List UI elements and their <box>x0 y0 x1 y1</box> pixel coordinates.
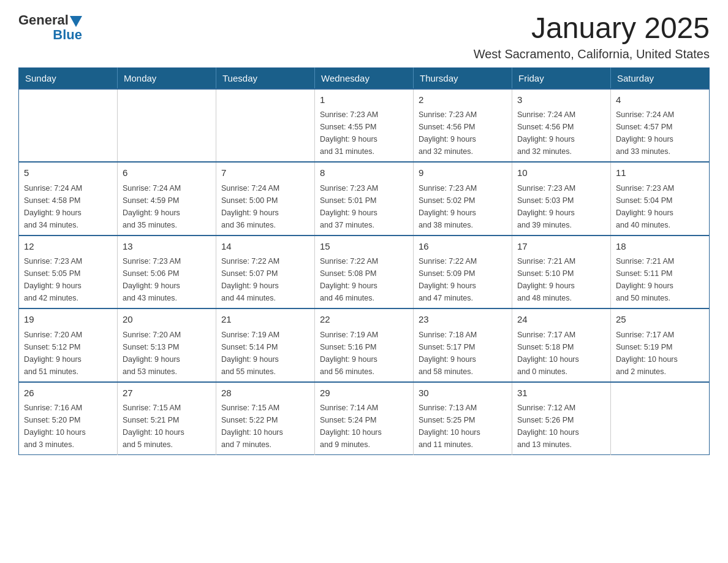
day-number: 10 <box>517 166 605 180</box>
calendar-week-row: 26Sunrise: 7:16 AM Sunset: 5:20 PM Dayli… <box>19 382 710 455</box>
day-number: 15 <box>320 240 408 254</box>
day-info: Sunrise: 7:20 AM Sunset: 5:12 PM Dayligh… <box>24 329 112 378</box>
day-number: 11 <box>616 166 704 180</box>
calendar-cell: 9Sunrise: 7:23 AM Sunset: 5:02 PM Daylig… <box>414 162 512 236</box>
day-number: 6 <box>123 166 211 180</box>
calendar-cell: 20Sunrise: 7:20 AM Sunset: 5:13 PM Dayli… <box>118 308 216 382</box>
calendar-cell: 19Sunrise: 7:20 AM Sunset: 5:12 PM Dayli… <box>19 308 118 382</box>
calendar-week-row: 1Sunrise: 7:23 AM Sunset: 4:55 PM Daylig… <box>19 89 710 163</box>
day-info: Sunrise: 7:23 AM Sunset: 5:01 PM Dayligh… <box>320 182 408 231</box>
day-info: Sunrise: 7:23 AM Sunset: 5:02 PM Dayligh… <box>419 182 507 231</box>
day-number: 16 <box>419 240 507 254</box>
calendar-cell: 6Sunrise: 7:24 AM Sunset: 4:59 PM Daylig… <box>118 162 216 236</box>
day-info: Sunrise: 7:21 AM Sunset: 5:10 PM Dayligh… <box>517 255 605 304</box>
day-number: 30 <box>419 386 507 400</box>
calendar-cell: 3Sunrise: 7:24 AM Sunset: 4:56 PM Daylig… <box>512 89 611 163</box>
day-number: 2 <box>419 93 507 107</box>
day-number: 14 <box>221 240 309 254</box>
page-subtitle: West Sacramento, California, United Stat… <box>474 47 710 61</box>
calendar-cell: 2Sunrise: 7:23 AM Sunset: 4:56 PM Daylig… <box>414 89 512 163</box>
calendar-cell: 23Sunrise: 7:18 AM Sunset: 5:17 PM Dayli… <box>414 308 512 382</box>
logo-triangle-icon <box>70 16 82 27</box>
day-info: Sunrise: 7:19 AM Sunset: 5:14 PM Dayligh… <box>221 329 309 378</box>
calendar-header-tuesday: Tuesday <box>216 67 315 89</box>
calendar-header-friday: Friday <box>512 67 611 89</box>
day-number: 19 <box>24 313 112 327</box>
calendar-cell: 25Sunrise: 7:17 AM Sunset: 5:19 PM Dayli… <box>611 308 710 382</box>
day-number: 5 <box>24 166 112 180</box>
calendar-cell: 31Sunrise: 7:12 AM Sunset: 5:26 PM Dayli… <box>512 382 611 455</box>
calendar-week-row: 12Sunrise: 7:23 AM Sunset: 5:05 PM Dayli… <box>19 236 710 309</box>
calendar-cell: 28Sunrise: 7:15 AM Sunset: 5:22 PM Dayli… <box>216 382 315 455</box>
calendar-header-saturday: Saturday <box>611 67 710 89</box>
calendar-cell: 27Sunrise: 7:15 AM Sunset: 5:21 PM Dayli… <box>118 382 216 455</box>
calendar-cell: 12Sunrise: 7:23 AM Sunset: 5:05 PM Dayli… <box>19 236 118 309</box>
day-info: Sunrise: 7:15 AM Sunset: 5:22 PM Dayligh… <box>221 402 309 451</box>
calendar-cell: 4Sunrise: 7:24 AM Sunset: 4:57 PM Daylig… <box>611 89 710 163</box>
calendar-cell: 10Sunrise: 7:23 AM Sunset: 5:03 PM Dayli… <box>512 162 611 236</box>
day-info: Sunrise: 7:17 AM Sunset: 5:18 PM Dayligh… <box>517 329 605 378</box>
day-number: 8 <box>320 166 408 180</box>
day-info: Sunrise: 7:19 AM Sunset: 5:16 PM Dayligh… <box>320 329 408 378</box>
calendar-cell: 15Sunrise: 7:22 AM Sunset: 5:08 PM Dayli… <box>315 236 414 309</box>
calendar-cell: 13Sunrise: 7:23 AM Sunset: 5:06 PM Dayli… <box>118 236 216 309</box>
day-number: 27 <box>123 386 211 400</box>
day-info: Sunrise: 7:23 AM Sunset: 5:04 PM Dayligh… <box>616 182 704 231</box>
day-info: Sunrise: 7:16 AM Sunset: 5:20 PM Dayligh… <box>24 402 112 451</box>
calendar-cell: 18Sunrise: 7:21 AM Sunset: 5:11 PM Dayli… <box>611 236 710 309</box>
day-info: Sunrise: 7:13 AM Sunset: 5:25 PM Dayligh… <box>419 402 507 451</box>
calendar-header-row: SundayMondayTuesdayWednesdayThursdayFrid… <box>19 67 710 89</box>
day-number: 17 <box>517 240 605 254</box>
page-title: January 2025 <box>474 12 710 45</box>
day-number: 20 <box>123 313 211 327</box>
day-info: Sunrise: 7:20 AM Sunset: 5:13 PM Dayligh… <box>123 329 211 378</box>
calendar-cell <box>118 89 216 163</box>
day-info: Sunrise: 7:18 AM Sunset: 5:17 PM Dayligh… <box>419 329 507 378</box>
day-number: 25 <box>616 313 704 327</box>
day-number: 1 <box>320 93 408 107</box>
calendar-cell: 14Sunrise: 7:22 AM Sunset: 5:07 PM Dayli… <box>216 236 315 309</box>
calendar-cell <box>611 382 710 455</box>
logo-text-general: General <box>18 12 69 28</box>
day-info: Sunrise: 7:24 AM Sunset: 4:57 PM Dayligh… <box>616 109 704 158</box>
day-number: 24 <box>517 313 605 327</box>
calendar-week-row: 19Sunrise: 7:20 AM Sunset: 5:12 PM Dayli… <box>19 308 710 382</box>
day-number: 12 <box>24 240 112 254</box>
day-info: Sunrise: 7:17 AM Sunset: 5:19 PM Dayligh… <box>616 329 704 378</box>
calendar-cell <box>19 89 118 163</box>
day-number: 18 <box>616 240 704 254</box>
calendar-cell: 22Sunrise: 7:19 AM Sunset: 5:16 PM Dayli… <box>315 308 414 382</box>
day-info: Sunrise: 7:22 AM Sunset: 5:07 PM Dayligh… <box>221 255 309 304</box>
calendar-cell: 24Sunrise: 7:17 AM Sunset: 5:18 PM Dayli… <box>512 308 611 382</box>
calendar-cell: 7Sunrise: 7:24 AM Sunset: 5:00 PM Daylig… <box>216 162 315 236</box>
calendar-cell: 26Sunrise: 7:16 AM Sunset: 5:20 PM Dayli… <box>19 382 118 455</box>
day-info: Sunrise: 7:21 AM Sunset: 5:11 PM Dayligh… <box>616 255 704 304</box>
day-number: 28 <box>221 386 309 400</box>
calendar-header-monday: Monday <box>118 67 216 89</box>
calendar-header-thursday: Thursday <box>414 67 512 89</box>
day-info: Sunrise: 7:23 AM Sunset: 5:05 PM Dayligh… <box>24 255 112 304</box>
day-info: Sunrise: 7:15 AM Sunset: 5:21 PM Dayligh… <box>123 402 211 451</box>
day-number: 21 <box>221 313 309 327</box>
calendar-cell: 11Sunrise: 7:23 AM Sunset: 5:04 PM Dayli… <box>611 162 710 236</box>
day-info: Sunrise: 7:23 AM Sunset: 4:56 PM Dayligh… <box>419 109 507 158</box>
day-info: Sunrise: 7:22 AM Sunset: 5:09 PM Dayligh… <box>419 255 507 304</box>
logo-text-blue: Blue <box>53 27 82 42</box>
day-info: Sunrise: 7:24 AM Sunset: 5:00 PM Dayligh… <box>221 182 309 231</box>
calendar-cell: 8Sunrise: 7:23 AM Sunset: 5:01 PM Daylig… <box>315 162 414 236</box>
day-info: Sunrise: 7:22 AM Sunset: 5:08 PM Dayligh… <box>320 255 408 304</box>
day-number: 26 <box>24 386 112 400</box>
day-number: 22 <box>320 313 408 327</box>
day-number: 7 <box>221 166 309 180</box>
day-info: Sunrise: 7:23 AM Sunset: 5:06 PM Dayligh… <box>123 255 211 304</box>
calendar-cell: 21Sunrise: 7:19 AM Sunset: 5:14 PM Dayli… <box>216 308 315 382</box>
day-info: Sunrise: 7:24 AM Sunset: 4:58 PM Dayligh… <box>24 182 112 231</box>
calendar-cell: 5Sunrise: 7:24 AM Sunset: 4:58 PM Daylig… <box>19 162 118 236</box>
day-info: Sunrise: 7:14 AM Sunset: 5:24 PM Dayligh… <box>320 402 408 451</box>
day-info: Sunrise: 7:24 AM Sunset: 4:59 PM Dayligh… <box>123 182 211 231</box>
page-header: General Blue January 2025 West Sacrament… <box>18 12 710 61</box>
logo-content: General Blue <box>18 12 82 43</box>
title-area: January 2025 West Sacramento, California… <box>474 12 710 61</box>
calendar-week-row: 5Sunrise: 7:24 AM Sunset: 4:58 PM Daylig… <box>19 162 710 236</box>
calendar-header-wednesday: Wednesday <box>315 67 414 89</box>
